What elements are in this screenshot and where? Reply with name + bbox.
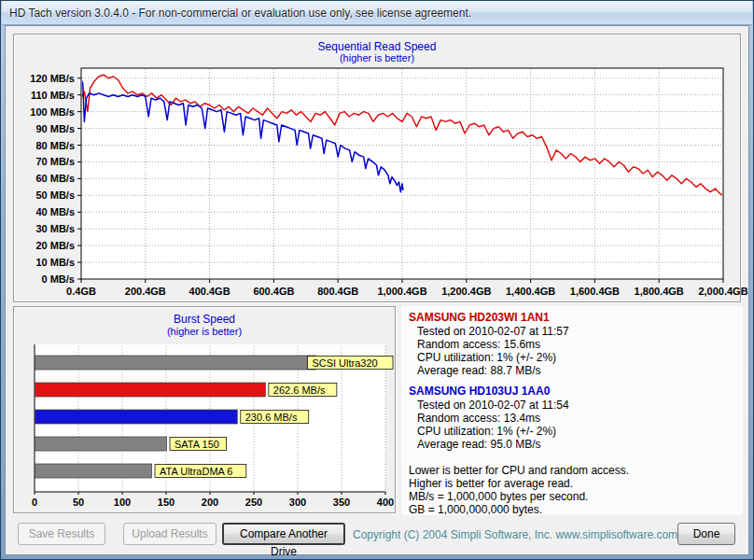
seq-xtick-label: 1,800.4GB <box>635 286 684 297</box>
done-button[interactable]: Done <box>677 523 735 545</box>
seq-xtick-label: 200.4GB <box>125 286 166 297</box>
drive-1-cpu: CPU utilization: 1% (+/- 2%) <box>409 351 735 364</box>
hdtach-window: HD Tach version 3.0.4.0 - For non-commer… <box>0 0 754 560</box>
copyright-text: Copyright (C) 2004 Simpli Software, Inc.… <box>353 528 674 541</box>
drive-result-1: SAMSUNG HD203WI 1AN1 Tested on 2010-02-0… <box>409 311 735 377</box>
seq-ytick-label: 50 MB/s <box>35 189 75 201</box>
seq-xtick-label: 1,600.4GB <box>570 286 620 297</box>
burst-bar <box>35 383 266 397</box>
burst-xtick-label: 250 <box>245 497 262 508</box>
note-higher-better: Higher is better for average read. <box>409 477 735 490</box>
burst-xtick-label: 100 <box>114 497 131 508</box>
burst-bar-label: ATA UltraDMA 6 <box>160 466 232 477</box>
seq-ytick-label: 90 MB/s <box>35 123 75 134</box>
seq-xtick-label: 400.4GB <box>189 286 230 297</box>
note-lower-better: Lower is better for CPU and random acces… <box>409 464 735 477</box>
drive-1-random-access: Random access: 15.6ms <box>409 338 735 351</box>
client-area: Sequential Read Speed (higher is better)… <box>5 25 749 555</box>
save-results-button[interactable]: Save Results <box>18 523 105 545</box>
burst-bar-label: 262.6 MB/s <box>273 385 326 396</box>
drive-1-tested: Tested on 2010-02-07 at 11:57 <box>409 325 735 338</box>
burst-bar-label: SATA 150 <box>175 439 219 450</box>
burst-xtick-label: 0 <box>32 497 37 508</box>
burst-bar-label: 230.6 MB/s <box>245 412 298 423</box>
seq-xtick-label: 600.4GB <box>253 286 294 297</box>
compare-another-drive-button[interactable]: Compare Another Drive <box>222 523 345 545</box>
burst-bar <box>35 464 152 478</box>
burst-bar <box>35 437 167 451</box>
seq-ytick-label: 110 MB/s <box>31 90 75 101</box>
burst-xtick-label: 150 <box>158 497 175 508</box>
drive-2-average-read: Average read: 95.0 MB/s <box>409 438 735 451</box>
results-info-panel: SAMSUNG HD203WI 1AN1 Tested on 2010-02-0… <box>401 306 743 515</box>
seq-ytick-label: 60 MB/s <box>35 173 75 184</box>
drive-2-tested: Tested on 2010-02-07 at 11:54 <box>409 399 735 412</box>
drive-result-2: SAMSUNG HD103UJ 1AA0 Tested on 2010-02-0… <box>409 385 735 451</box>
titlebar[interactable]: HD Tach version 3.0.4.0 - For non-commer… <box>2 1 752 25</box>
drive-2-name: SAMSUNG HD103UJ 1AA0 <box>409 385 735 399</box>
burst-speed-chart: 050100150200250300350400SCSI Ultra320262… <box>14 307 397 514</box>
drive-2-cpu: CPU utilization: 1% (+/- 2%) <box>409 425 735 438</box>
seq-ytick-label: 40 MB/s <box>35 206 75 217</box>
drive-1-average-read: Average read: 88.7 MB/s <box>409 364 735 377</box>
seq-xtick-label: 2,000.4GB <box>698 286 747 297</box>
seq-ytick-label: 70 MB/s <box>35 156 75 167</box>
seq-xtick-label: 1,200.4GB <box>441 286 491 297</box>
upload-results-button[interactable]: Upload Results <box>123 523 216 545</box>
burst-bar-label: SCSI Ultra320 <box>312 357 377 369</box>
burst-xtick-label: 200 <box>202 497 218 508</box>
burst-xtick-label: 400 <box>377 497 394 508</box>
seq-ytick-label: 120 MB/s <box>30 73 75 84</box>
sequential-read-chart: 120 MB/s110 MB/s100 MB/s90 MB/s80 MB/s70… <box>14 35 742 303</box>
note-mbs-definition: MB/s = 1,000,000 bytes per second. <box>409 490 735 503</box>
seq-ytick-label: 100 MB/s <box>30 106 75 118</box>
seq-xtick-label: 1,000.4GB <box>377 286 426 297</box>
window-title: HD Tach version 3.0.4.0 - For non-commer… <box>9 7 471 20</box>
seq-ytick-label: 80 MB/s <box>35 140 75 151</box>
seq-ytick-label: 20 MB/s <box>35 240 75 251</box>
burst-speed-panel: Burst Speed (higher is better) 050100150… <box>13 306 396 513</box>
note-gb-definition: GB = 1,000,000,000 bytes. <box>409 503 735 516</box>
legend-notes: Lower is better for CPU and random acces… <box>409 464 735 516</box>
burst-xtick-label: 50 <box>73 497 84 508</box>
drive-2-random-access: Random access: 13.4ms <box>409 412 735 425</box>
seq-ytick-label: 10 MB/s <box>35 257 75 268</box>
seq-xtick-label: 0.4GB <box>66 286 96 297</box>
seq-ytick-label: 30 MB/s <box>35 223 75 234</box>
sequential-read-panel: Sequential Read Speed (higher is better)… <box>13 34 741 302</box>
burst-bar <box>35 356 316 370</box>
drive-1-name: SAMSUNG HD203WI 1AN1 <box>409 311 735 325</box>
seq-ytick-label: 0 MB/s <box>42 273 75 285</box>
burst-bar <box>35 410 238 424</box>
seq-xtick-label: 1,400.4GB <box>506 286 555 297</box>
burst-xtick-label: 300 <box>289 497 306 508</box>
burst-xtick-label: 350 <box>333 497 350 508</box>
seq-xtick-label: 800.4GB <box>317 286 358 297</box>
